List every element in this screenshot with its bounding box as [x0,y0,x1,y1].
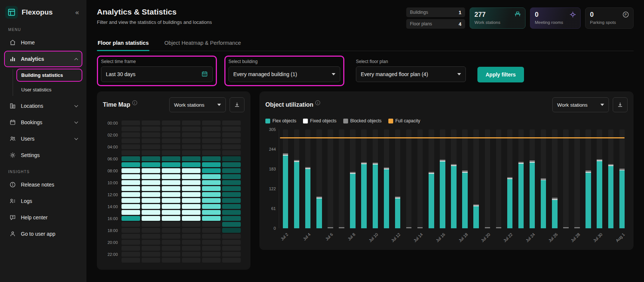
bar-segment [552,200,557,228]
timemap-row [103,210,244,215]
x-tick [291,228,302,244]
timemap-row: 00:00 [103,120,244,125]
timemap-hour-label: 12:00 [103,192,118,197]
x-tick-label: Jul 18 [458,232,468,243]
page-header: Analytics & Statistics Filter and view t… [97,7,212,25]
timemap-cell [142,126,160,131]
timemap-hour-label: 18:00 [103,228,118,233]
timemap-row [103,186,244,191]
timemap-row: 22:00 [103,252,244,257]
sidebar-item-bookings[interactable]: Bookings [4,115,82,130]
bar-segment [429,174,434,228]
buildings-icon [9,103,16,109]
timemap-cell [202,144,221,149]
floorplan-label: Select floor plan [356,59,466,64]
sidebar-item-users[interactable]: Users [4,131,82,147]
timemap-cell [222,210,241,215]
timemap-hour-label: 00:00 [103,121,118,125]
timemap-cell [121,180,140,185]
bar-column [426,129,437,228]
sidebar-item-home[interactable]: Home [4,35,82,50]
sidebar-item-settings[interactable]: Settings [4,147,82,163]
tab-floor-plan-statistics[interactable]: Floor plan statistics [97,37,149,51]
timemap-cell [182,132,201,137]
x-tick-label: Jul 14 [413,232,423,243]
timemap-cell [121,192,140,197]
timemap-cell [182,258,201,263]
timemap-row: 10:00 [103,180,244,185]
timemap-cell [162,168,180,173]
timemap-cell [202,132,221,137]
timemap-cell [202,246,221,251]
bar-segment [316,198,322,228]
object-utilization-panel: Object utilization i Work stations Flex … [259,91,634,250]
sidebar-item-locations[interactable]: Locations [4,98,82,114]
timemap-cell [202,252,221,257]
timemap-hour-label: 22:00 [103,252,118,257]
timemap-cell [182,252,201,257]
timemap-cell [142,198,160,203]
timemap-row [103,222,244,227]
timemap-cell [182,246,201,251]
sidebar-item-analytics[interactable]: Analytics [4,51,82,67]
x-tick [560,228,571,244]
legend-label: Blocked objects [350,118,382,123]
timemap-cell [222,234,241,239]
main-content: Analytics & Statistics Filter and view t… [86,0,644,282]
timemap-cell [202,222,221,227]
timemap-cell [182,240,201,245]
timemap-row: 14:00 [103,204,244,209]
sidebar-item-go-to-user-app[interactable]: Go to user app [4,226,82,242]
timemap-hour-label: 04:00 [103,145,118,149]
x-tick [381,228,392,244]
info-icon[interactable]: i [315,100,320,105]
legend-item: Full capacity [388,118,420,123]
timemap-cell [182,162,201,167]
bar-column [493,129,504,228]
sidebar-item-logs[interactable]: Logs [4,193,82,209]
sidebar-item-label: Users [21,136,70,142]
bar-column [504,129,515,228]
x-tick [336,228,347,244]
timemap-cell [162,258,180,263]
timemap-cell [121,222,140,227]
x-tick-label: Jul 10 [368,232,379,243]
y-tick-label: 61 [271,206,276,211]
chevron-down-icon [75,136,78,140]
timemap-cell [121,144,140,149]
timeframe-input[interactable]: Last 30 days [101,66,213,82]
floorplan-select[interactable]: Every managed floor plan (4) [356,66,466,82]
utilization-object-select[interactable]: Work stations [552,97,609,112]
x-tick: Jul 22 [504,228,515,244]
sidebar-item-building-statistics[interactable]: Building statistics [17,69,82,81]
utilization-download-button[interactable] [613,97,628,112]
legend-item: Flex objects [265,118,296,123]
y-tick-label: 244 [269,147,276,151]
apply-filters-button[interactable]: Apply filters [477,67,524,82]
timemap-cell [182,144,201,149]
info-icon[interactable]: i [132,100,137,105]
tab-object-heatmap-performance[interactable]: Object Heatmap & Performance [164,37,242,51]
x-axis-labels: Jul 2Jul 4Jul 6Jul 8Jul 10Jul 12Jul 14Ju… [279,228,628,244]
bar-column [594,129,605,228]
timemap-cell [142,156,160,161]
sidebar-item-release-notes[interactable]: Release notes [4,177,82,192]
bar-segment [608,166,613,228]
timemap-cell [121,228,140,233]
building-select[interactable]: Every managed building (1) [228,66,340,82]
timemap-hour-label: 20:00 [103,240,118,245]
parking-label: Parking spots [590,20,629,25]
bar-column [571,129,583,228]
sidebar-item-label: Help center [21,214,78,220]
time-map-download-button[interactable] [230,97,244,112]
utilization-object-value: Work stations [557,102,588,108]
time-map-object-select[interactable]: Work stations [169,97,226,112]
timemap-cell [182,156,201,161]
workstations-card: 277 Work stations [470,7,525,29]
sidebar-item-user-statistics[interactable]: User statistics [17,84,82,96]
sidebar-item-help-center[interactable]: Help center [4,210,82,225]
workstations-label: Work stations [474,20,521,25]
x-tick: Jul 16 [437,228,448,244]
sidebar-collapse-button[interactable]: « [73,9,81,16]
bar-segment [530,163,535,228]
